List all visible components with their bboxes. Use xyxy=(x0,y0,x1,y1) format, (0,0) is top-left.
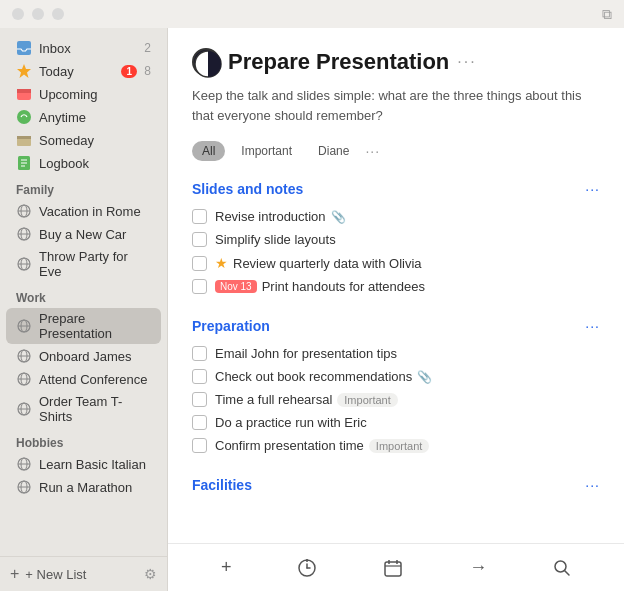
filter-diane[interactable]: Diane xyxy=(308,141,359,161)
sidebar-item-today[interactable]: Today 1 8 xyxy=(6,60,161,82)
attend-conference-icon xyxy=(16,371,32,387)
today-icon xyxy=(16,63,32,79)
task-print-handouts: Nov 13 Print handouts for attendees xyxy=(192,275,600,298)
buy-car-icon xyxy=(16,226,32,242)
search-button[interactable] xyxy=(545,555,579,581)
inbox-count: 2 xyxy=(144,41,151,55)
filter-important[interactable]: Important xyxy=(231,141,302,161)
task-menu-button[interactable]: ··· xyxy=(457,53,476,71)
calendar-button[interactable] xyxy=(375,554,411,582)
prepare-presentation-icon xyxy=(16,318,32,334)
new-list-label: + New List xyxy=(25,567,138,582)
task-revise-intro-text: Revise introduction 📎 xyxy=(215,209,600,224)
sidebar-item-prepare-presentation[interactable]: Prepare Presentation xyxy=(6,308,161,344)
task-full-rehearsal-checkbox[interactable] xyxy=(192,392,207,407)
svg-line-51 xyxy=(565,570,570,575)
copy-icon[interactable]: ⧉ xyxy=(602,6,612,23)
sidebar-item-inbox[interactable]: Inbox 2 xyxy=(6,37,161,59)
task-practice-eric-checkbox[interactable] xyxy=(192,415,207,430)
star-icon: ★ xyxy=(215,255,228,271)
svg-point-5 xyxy=(17,110,31,124)
task-print-handouts-checkbox[interactable] xyxy=(192,279,207,294)
sidebar-item-anytime[interactable]: Anytime xyxy=(6,106,161,128)
sidebar-item-vacation-rome[interactable]: Vacation in Rome xyxy=(6,200,161,222)
navigate-button[interactable]: → xyxy=(461,553,495,582)
buy-car-label: Buy a New Car xyxy=(39,227,151,242)
sidebar-item-attend-conference[interactable]: Attend Conference xyxy=(6,368,161,390)
task-book-recommendations-text: Check out book recommendations 📎 xyxy=(215,369,600,384)
run-marathon-icon xyxy=(16,479,32,495)
task-revise-intro: Revise introduction 📎 xyxy=(192,205,600,228)
section-slides-notes-menu[interactable]: ··· xyxy=(585,181,600,197)
svg-rect-0 xyxy=(17,41,31,55)
sidebar-item-run-marathon[interactable]: Run a Marathon xyxy=(6,476,161,498)
order-tshirts-label: Order Team T-Shirts xyxy=(39,394,151,424)
confirm-important-tag: Important xyxy=(369,439,429,453)
task-confirm-time-checkbox[interactable] xyxy=(192,438,207,453)
svg-rect-8 xyxy=(17,136,31,138)
svg-point-45 xyxy=(306,559,308,561)
anytime-icon xyxy=(16,109,32,125)
sidebar-item-buy-car[interactable]: Buy a New Car xyxy=(6,223,161,245)
sidebar-item-learn-italian[interactable]: Learn Basic Italian xyxy=(6,453,161,475)
task-simplify-layouts-text: Simplify slide layouts xyxy=(215,232,600,247)
task-full-rehearsal-text: Time a full rehearsal Important xyxy=(215,392,600,407)
sidebar-item-someday[interactable]: Someday xyxy=(6,129,161,151)
section-facilities-menu[interactable]: ··· xyxy=(585,477,600,493)
today-count: 8 xyxy=(144,64,151,78)
section-slides-notes-title: Slides and notes xyxy=(192,181,303,197)
task-description: Keep the talk and slides simple: what ar… xyxy=(192,86,600,125)
sidebar-item-logbook[interactable]: Logbook xyxy=(6,152,161,174)
sidebar-item-onboard-james[interactable]: Onboard James xyxy=(6,345,161,367)
sidebar-item-order-tshirts[interactable]: Order Team T-Shirts xyxy=(6,391,161,427)
section-preparation: Preparation ··· Email John for presentat… xyxy=(192,318,600,457)
task-title: Prepare Presentation xyxy=(228,49,449,75)
task-book-recommendations: Check out book recommendations 📎 xyxy=(192,365,600,388)
svg-rect-4 xyxy=(17,89,31,92)
learn-italian-icon xyxy=(16,456,32,472)
sliders-icon[interactable]: ⚙ xyxy=(144,566,157,582)
someday-icon xyxy=(16,132,32,148)
section-header-work: Work xyxy=(0,283,167,307)
rehearsal-important-tag: Important xyxy=(337,393,397,407)
task-practice-eric-text: Do a practice run with Eric xyxy=(215,415,600,430)
task-confirm-time-text: Confirm presentation time Important xyxy=(215,438,600,453)
throw-party-label: Throw Party for Eve xyxy=(39,249,151,279)
minimize-button[interactable] xyxy=(32,8,44,20)
throw-party-icon xyxy=(16,256,32,272)
new-list-plus-icon: + xyxy=(10,565,19,583)
upcoming-label: Upcoming xyxy=(39,87,151,102)
task-email-john-checkbox[interactable] xyxy=(192,346,207,361)
upcoming-icon xyxy=(16,86,32,102)
task-book-recommendations-checkbox[interactable] xyxy=(192,369,207,384)
task-email-john-text: Email John for presentation tips xyxy=(215,346,600,361)
filter-all[interactable]: All xyxy=(192,141,225,161)
section-preparation-menu[interactable]: ··· xyxy=(585,318,600,334)
sidebar: Inbox 2 Today 1 8 xyxy=(0,28,168,591)
task-review-data-text: ★ Review quarterly data with Olivia xyxy=(215,255,600,271)
app-container: Inbox 2 Today 1 8 xyxy=(0,28,624,591)
add-reminder-button[interactable] xyxy=(289,554,325,582)
filter-bar: All Important Diane ··· xyxy=(192,141,600,161)
maximize-button[interactable] xyxy=(52,8,64,20)
clip-icon-2: 📎 xyxy=(417,370,432,384)
task-review-data-checkbox[interactable] xyxy=(192,256,207,271)
section-slides-notes: Slides and notes ··· Revise introduction… xyxy=(192,181,600,298)
run-marathon-label: Run a Marathon xyxy=(39,480,151,495)
task-simplify-layouts-checkbox[interactable] xyxy=(192,232,207,247)
clip-icon-1: 📎 xyxy=(331,210,346,224)
add-task-button[interactable]: + xyxy=(213,553,240,582)
sidebar-footer[interactable]: + + New List ⚙ xyxy=(0,556,167,591)
filter-more-button[interactable]: ··· xyxy=(365,143,380,159)
date-badge-nov13: Nov 13 xyxy=(215,280,257,293)
task-print-handouts-text: Nov 13 Print handouts for attendees xyxy=(215,279,600,294)
task-email-john: Email John for presentation tips xyxy=(192,342,600,365)
sidebar-item-upcoming[interactable]: Upcoming xyxy=(6,83,161,105)
sidebar-item-throw-party[interactable]: Throw Party for Eve xyxy=(6,246,161,282)
task-revise-intro-checkbox[interactable] xyxy=(192,209,207,224)
onboard-james-label: Onboard James xyxy=(39,349,151,364)
inbox-icon xyxy=(16,40,32,56)
close-button[interactable] xyxy=(12,8,24,20)
section-facilities-title: Facilities xyxy=(192,477,252,493)
bottom-toolbar: + → xyxy=(168,543,624,591)
